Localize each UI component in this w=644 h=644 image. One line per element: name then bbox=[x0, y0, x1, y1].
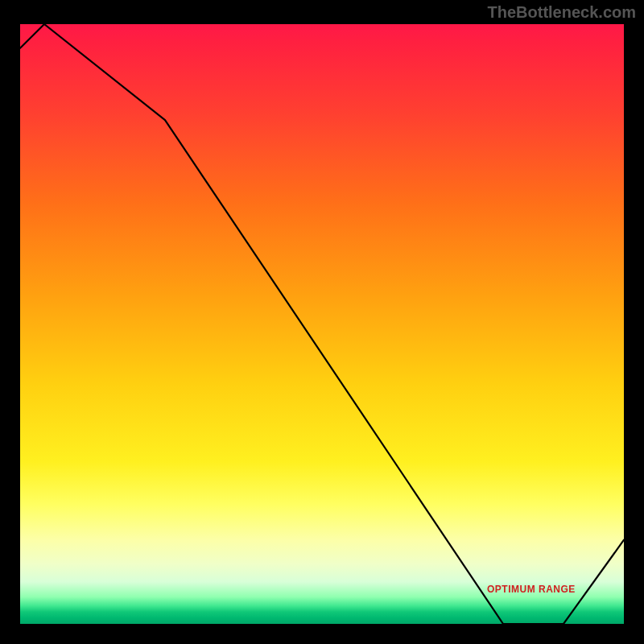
watermark-text: TheBottleneck.com bbox=[488, 3, 636, 22]
chart-plot-area: OPTIMUM RANGE bbox=[20, 24, 624, 624]
bottleneck-curve bbox=[20, 24, 624, 624]
curve-line bbox=[20, 24, 624, 624]
optimum-range-label: OPTIMUM RANGE bbox=[487, 584, 576, 595]
